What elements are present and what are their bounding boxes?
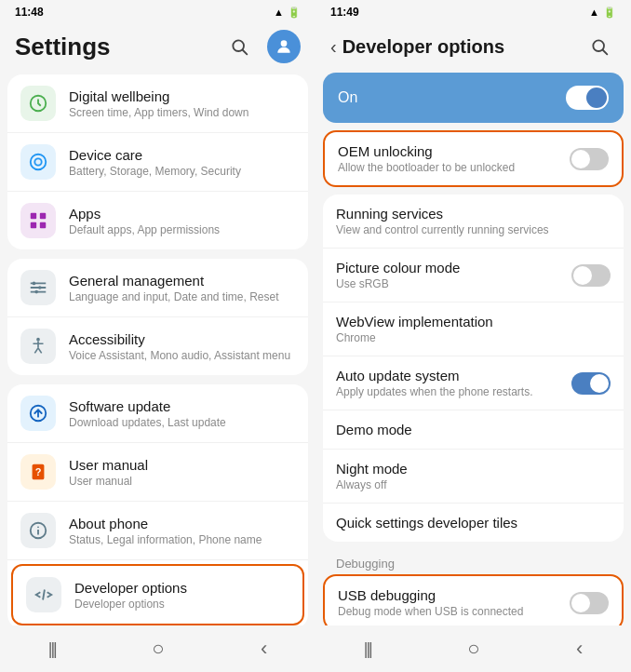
apps-subtitle: Default apps, App permissions <box>69 223 295 236</box>
left-nav-bar: ||| ○ ‹ <box>0 625 316 672</box>
settings-title: Settings <box>15 33 111 61</box>
left-status-icons: ▲ 🔋 <box>274 7 301 19</box>
left-time: 11:48 <box>15 6 44 19</box>
digital-wellbeing-title: Digital wellbeing <box>69 88 295 104</box>
svg-point-14 <box>38 286 42 289</box>
device-care-icon <box>20 144 56 180</box>
search-button[interactable] <box>222 30 256 63</box>
on-toggle-label: On <box>338 89 357 106</box>
oem-unlocking-title: OEM unlocking <box>338 143 570 159</box>
recent-apps-icon[interactable]: ||| <box>48 639 56 659</box>
right-signal-icon: ▲ <box>589 7 599 18</box>
svg-rect-7 <box>40 213 46 219</box>
oem-unlocking-toggle[interactable] <box>570 148 609 170</box>
user-manual-icon: ? <box>20 454 56 490</box>
right-status-bar: 11:49 ▲ 🔋 <box>316 0 631 22</box>
auto-update-text: Auto update system Apply updates when th… <box>336 368 571 398</box>
settings-group-2: General management Language and input, D… <box>7 259 308 375</box>
avatar-button[interactable] <box>267 30 301 63</box>
usb-debugging-item[interactable]: USB debugging Debug mode when USB is con… <box>325 576 622 625</box>
apps-text: Apps Default apps, App permissions <box>69 206 295 236</box>
general-management-subtitle: Language and input, Date and time, Reset <box>69 290 295 303</box>
device-care-text: Device care Battery, Storage, Memory, Se… <box>69 147 295 178</box>
right-nav-bar: ||| ○ ‹ <box>316 625 631 672</box>
right-battery-icon: 🔋 <box>603 7 616 19</box>
oem-unlocking-text: OEM unlocking Allow the bootloader to be… <box>338 143 570 174</box>
back-button[interactable]: ‹ <box>330 36 337 58</box>
quick-settings-item[interactable]: Quick settings developer tiles <box>323 504 624 542</box>
right-recent-apps-icon[interactable]: ||| <box>364 639 371 659</box>
settings-item-about-phone[interactable]: About phone Status, Legal information, P… <box>7 502 308 560</box>
quick-settings-title: Quick settings developer tiles <box>336 515 611 531</box>
settings-item-apps[interactable]: Apps Default apps, App permissions <box>7 192 308 249</box>
settings-item-developer-options[interactable]: Developer options Developer options <box>11 564 304 625</box>
header-icons-group <box>222 30 301 63</box>
developer-on-toggle-switch[interactable] <box>566 86 609 110</box>
settings-item-digital-wellbeing[interactable]: Digital wellbeing Screen time, App timer… <box>7 74 308 133</box>
demo-mode-item[interactable]: Demo mode <box>323 410 624 450</box>
svg-point-2 <box>281 40 288 47</box>
svg-point-16 <box>36 338 40 342</box>
settings-item-software-update[interactable]: Software update Download updates, Last u… <box>7 384 308 443</box>
settings-item-accessibility[interactable]: Accessibility Voice Assistant, Mono audi… <box>7 317 308 375</box>
digital-wellbeing-text: Digital wellbeing Screen time, App timer… <box>69 88 295 119</box>
software-update-text: Software update Download updates, Last u… <box>69 398 295 429</box>
webview-text: WebView implementation Chrome <box>336 314 611 344</box>
device-care-subtitle: Battery, Storage, Memory, Security <box>69 165 295 178</box>
on-toggle-row[interactable]: On <box>323 73 624 123</box>
user-manual-title: User manual <box>69 457 295 473</box>
about-phone-subtitle: Status, Legal information, Phone name <box>69 533 295 546</box>
picture-colour-title: Picture colour mode <box>336 260 571 276</box>
settings-item-user-manual[interactable]: ? User manual User manual <box>7 443 308 502</box>
webview-item[interactable]: WebView implementation Chrome <box>323 302 624 356</box>
svg-point-4 <box>31 155 47 170</box>
usb-debugging-toggle[interactable] <box>570 592 609 614</box>
digital-wellbeing-subtitle: Screen time, App timers, Wind down <box>69 106 295 119</box>
settings-item-device-care[interactable]: Device care Battery, Storage, Memory, Se… <box>7 133 308 192</box>
home-icon[interactable]: ○ <box>152 637 164 661</box>
svg-line-20 <box>38 348 42 354</box>
night-mode-item[interactable]: Night mode Always off <box>323 450 624 504</box>
oem-unlocking-subtitle: Allow the bootloader to be unlocked <box>338 161 570 174</box>
demo-mode-text: Demo mode <box>336 422 611 437</box>
about-phone-icon <box>20 513 56 548</box>
user-manual-subtitle: User manual <box>69 475 295 488</box>
night-mode-text: Night mode Always off <box>336 461 611 491</box>
apps-title: Apps <box>69 206 295 222</box>
general-management-title: General management <box>69 273 295 289</box>
debugging-section-label: Debugging <box>323 549 624 574</box>
software-update-subtitle: Download updates, Last update <box>69 416 295 429</box>
dev-panel-title: Developer options <box>342 36 504 58</box>
oem-unlocking-group: OEM unlocking Allow the bootloader to be… <box>323 130 624 187</box>
developer-options-title: Developer options <box>74 580 289 596</box>
settings-item-general-management[interactable]: General management Language and input, D… <box>7 259 308 317</box>
accessibility-subtitle: Voice Assistant, Mono audio, Assistant m… <box>69 349 295 362</box>
usb-debugging-title: USB debugging <box>338 587 570 603</box>
picture-colour-mode-item[interactable]: Picture colour mode Use sRGB <box>323 249 624 302</box>
oem-unlocking-item[interactable]: OEM unlocking Allow the bootloader to be… <box>325 132 622 185</box>
left-phone-panel: 11:48 ▲ 🔋 Settings <box>0 0 316 672</box>
right-back-nav-icon[interactable]: ‹ <box>576 637 583 661</box>
demo-mode-title: Demo mode <box>336 422 611 437</box>
svg-point-5 <box>34 158 41 165</box>
right-home-icon[interactable]: ○ <box>467 637 479 661</box>
left-header: Settings <box>0 22 316 74</box>
webview-subtitle: Chrome <box>336 331 611 344</box>
user-manual-text: User manual User manual <box>69 457 295 488</box>
svg-point-13 <box>33 282 36 286</box>
battery-icon: 🔋 <box>288 7 301 19</box>
about-phone-text: About phone Status, Legal information, P… <box>69 516 295 546</box>
picture-colour-toggle[interactable] <box>571 264 611 287</box>
auto-update-toggle[interactable] <box>571 372 611 395</box>
device-care-title: Device care <box>69 147 295 163</box>
dev-search-button[interactable] <box>583 30 616 63</box>
developer-options-subtitle: Developer options <box>74 598 289 611</box>
general-management-icon <box>20 270 56 305</box>
svg-point-15 <box>34 290 38 294</box>
usb-debugging-text: USB debugging Debug mode when USB is con… <box>338 587 570 618</box>
auto-update-item[interactable]: Auto update system Apply updates when th… <box>323 356 624 410</box>
software-update-title: Software update <box>69 398 295 414</box>
night-mode-subtitle: Always off <box>336 478 611 491</box>
back-nav-icon[interactable]: ‹ <box>261 637 267 661</box>
running-services-item[interactable]: Running services View and control curren… <box>323 195 624 249</box>
